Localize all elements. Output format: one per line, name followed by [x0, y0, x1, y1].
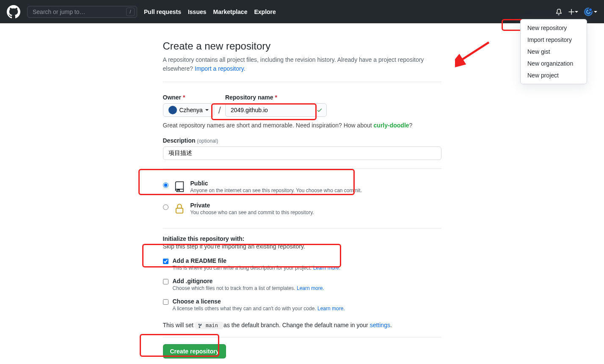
global-header: / Pull requests Issues Marketplace Explo…	[0, 0, 604, 23]
repo-name-suggestion-link[interactable]: curly-doodle	[374, 122, 409, 129]
default-branch-line: This will set main as the default branch…	[163, 322, 441, 328]
owner-avatar-icon	[168, 106, 177, 114]
private-desc: You choose who can see and commit to thi…	[190, 210, 314, 215]
page-title: Create a new repository	[163, 40, 441, 52]
git-branch-icon	[198, 323, 203, 328]
readme-learn-more-link[interactable]: Learn more.	[313, 265, 341, 271]
gitignore-title: Add .gitignore	[173, 278, 213, 284]
owner-group: Owner * Czhenya	[163, 94, 214, 117]
gitignore-checkbox[interactable]	[163, 279, 168, 284]
dropdown-new-gist[interactable]: New gist	[521, 46, 587, 58]
public-desc: Anyone on the internet can see this repo…	[190, 188, 362, 193]
page-subhead: A repository contains all project files,…	[163, 55, 441, 82]
repo-name-input[interactable]	[225, 103, 327, 117]
visibility-public-radio[interactable]	[163, 182, 168, 188]
notification-dot	[588, 8, 593, 12]
nav-issues[interactable]: Issues	[188, 8, 207, 15]
owner-repo-row: Owner * Czhenya / Repository name *	[163, 94, 441, 117]
owner-repo-separator: /	[218, 105, 222, 116]
search-shortcut-badge: /	[126, 8, 135, 16]
description-label: Description (optional)	[163, 137, 218, 144]
repo-name-group: Repository name *	[225, 94, 327, 117]
init-section-title: Initialize this repository with:	[163, 235, 441, 242]
plus-icon	[568, 9, 574, 15]
branch-badge: main	[195, 322, 223, 329]
owner-select-button[interactable]: Czhenya	[163, 103, 214, 117]
svg-rect-0	[176, 208, 182, 213]
repo-icon	[174, 181, 185, 193]
header-right	[555, 8, 597, 16]
repo-name-label: Repository name *	[225, 94, 327, 101]
divider	[163, 228, 441, 229]
main-content: Create a new repository A repository con…	[156, 40, 448, 358]
dropdown-new-project[interactable]: New project	[521, 69, 587, 81]
name-hint: Great repository names are short and mem…	[163, 122, 441, 129]
lock-icon	[174, 203, 185, 215]
readme-title: Add a README file	[173, 257, 227, 264]
visibility-private-option[interactable]: Private You choose who can see and commi…	[163, 198, 441, 220]
nav-pull-requests[interactable]: Pull requests	[144, 8, 181, 15]
github-logo-icon[interactable]	[7, 5, 20, 19]
import-repository-link[interactable]: Import a repository.	[195, 65, 245, 72]
public-title: Public	[190, 180, 208, 187]
chevron-down-icon	[205, 109, 209, 111]
private-title: Private	[190, 202, 210, 209]
license-checkbox[interactable]	[163, 299, 168, 305]
owner-name: Czhenya	[179, 107, 203, 113]
divider	[163, 337, 441, 337]
readme-option[interactable]: Add a README file This is where you can …	[163, 254, 441, 274]
license-desc: A license tells others what they can and…	[173, 306, 345, 312]
dropdown-new-organization[interactable]: New organization	[521, 58, 587, 69]
readme-desc: This is where you can write a long descr…	[173, 265, 341, 271]
dropdown-new-repository[interactable]: New repository	[521, 22, 587, 34]
dropdown-import-repository[interactable]: Import repository	[521, 34, 587, 46]
annotation-arrow	[455, 38, 493, 68]
create-repository-button[interactable]: Create repository	[163, 344, 226, 358]
settings-link[interactable]: settings	[370, 322, 390, 328]
owner-label: Owner *	[163, 94, 214, 101]
check-icon	[317, 107, 323, 113]
nav-explore[interactable]: Explore	[254, 8, 276, 15]
avatar	[584, 8, 593, 16]
license-option[interactable]: Choose a license A license tells others …	[163, 295, 441, 315]
gitignore-desc: Choose which files not to track from a l…	[173, 285, 324, 291]
license-title: Choose a license	[173, 298, 221, 305]
license-learn-more-link[interactable]: Learn more.	[317, 306, 345, 312]
divider	[163, 168, 441, 169]
svg-line-1	[459, 42, 489, 61]
create-new-dropdown-menu: New repository Import repository New gis…	[520, 19, 587, 84]
user-menu-button[interactable]	[584, 8, 597, 16]
nav-links: Pull requests Issues Marketplace Explore	[144, 8, 276, 15]
description-group: Description (optional)	[163, 137, 441, 160]
gitignore-option[interactable]: Add .gitignore Choose which files not to…	[163, 274, 441, 295]
gitignore-learn-more-link[interactable]: Learn more.	[297, 285, 324, 291]
visibility-private-radio[interactable]	[163, 204, 168, 210]
description-input[interactable]	[163, 146, 441, 160]
chevron-down-icon	[575, 11, 578, 13]
notifications-icon[interactable]	[555, 8, 562, 15]
create-new-dropdown-button[interactable]	[568, 8, 578, 15]
chevron-down-icon	[594, 11, 597, 13]
readme-checkbox[interactable]	[163, 259, 168, 264]
search-input[interactable]	[27, 6, 137, 18]
nav-marketplace[interactable]: Marketplace	[213, 8, 248, 15]
init-section-sub: Skip this step if you're importing an ex…	[163, 243, 441, 250]
visibility-public-option[interactable]: Public Anyone on the internet can see th…	[163, 176, 441, 198]
search-container: /	[27, 6, 137, 18]
